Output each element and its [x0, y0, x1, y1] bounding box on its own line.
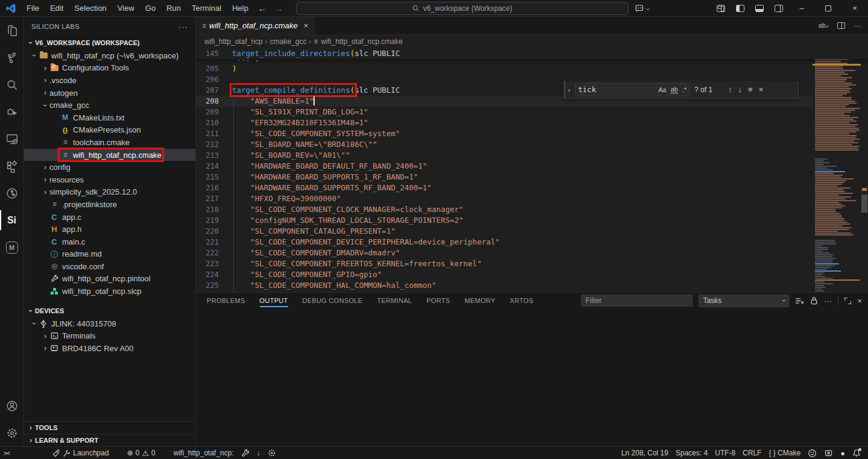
tree-item-resources[interactable]: ›resources: [24, 173, 195, 186]
feedback-smiley-icon[interactable]: [804, 447, 820, 459]
cmake-project-status[interactable]: wifi_http_otaf_ncp:: [170, 447, 237, 459]
code-line-219[interactable]: 219 "configNUM_SDK_THREAD_LOCAL_STORAGE_…: [196, 215, 868, 226]
back-arrow-icon[interactable]: ←: [254, 4, 271, 13]
devices-section-header[interactable]: › DEVICES: [24, 304, 195, 317]
chevron-right-icon[interactable]: ›: [41, 76, 49, 84]
previous-match-icon[interactable]: ↑: [728, 85, 732, 94]
tree-item-vscode[interactable]: ›.vscode: [24, 74, 195, 87]
code-line-215[interactable]: 215 "HARDWARE_BOARD_SUPPORTS_1_RF_BAND=1…: [196, 172, 868, 183]
activity-account-icon[interactable]: [0, 392, 24, 419]
activity-remote-explorer-icon[interactable]: [0, 125, 24, 152]
minimap[interactable]: [813, 48, 861, 292]
tree-item-config[interactable]: ›config: [24, 161, 195, 173]
activity-run-debug-icon[interactable]: [0, 98, 24, 125]
panel-tab-memory[interactable]: MEMORY: [465, 293, 495, 308]
tree-item-autogen[interactable]: ›autogen: [24, 87, 195, 99]
tree-item-wifi-http-otaf-ncp-slcp[interactable]: wifi_http_otaf_ncp.slcp: [24, 285, 195, 298]
tree-item-main-c[interactable]: Cmain.c: [24, 236, 195, 248]
menu-view[interactable]: View: [112, 2, 140, 15]
code-line-212[interactable]: 212 "SL_BOARD_NAME=\"BRD4186C\"": [196, 139, 868, 150]
menu-run[interactable]: Run: [161, 2, 186, 15]
maximize-panel-icon[interactable]: [844, 298, 851, 304]
activity-jlink-circle-icon[interactable]: [0, 180, 24, 207]
output-channel-dropdown[interactable]: Tasks ›: [699, 295, 789, 307]
debug-settings-icon[interactable]: [264, 447, 280, 459]
workspace-section-header[interactable]: › V6_WORKSPACE (WORKSPACE): [24, 36, 195, 49]
breadcrumb-item[interactable]: wifi_http_otaf_ncp: [204, 37, 263, 46]
menu-terminal[interactable]: Terminal: [186, 2, 227, 15]
activity-search-icon[interactable]: [0, 71, 24, 98]
tab-wifi-http-otaf-ncp-cmake[interactable]: ≡ wifi_http_otaf_ncp.cmake ×: [196, 17, 315, 34]
find-collapse-chevron-icon[interactable]: ›: [564, 81, 573, 98]
tree-item-simplicity-sdk-2025-12-0[interactable]: ›simplicity_sdk_2025.12.0: [24, 186, 195, 199]
tree-item-app-c[interactable]: Capp.c: [24, 211, 195, 223]
code-line-217[interactable]: 217 "HFXO_FREQ=39000000": [196, 193, 868, 204]
device-item-jlink-440315708[interactable]: ›JLINK: 440315708: [24, 317, 195, 330]
sticky-code-line-145[interactable]: 145target_include_directories(slc PUBLIC: [196, 48, 868, 59]
breadcrumb[interactable]: wifi_http_otaf_ncp›cmake_gcc›≡wifi_http_…: [196, 35, 868, 48]
more-actions-icon[interactable]: ···: [178, 22, 188, 31]
panel-tab-output[interactable]: OUTPUT: [260, 293, 288, 308]
match-case-toggle[interactable]: Aa: [658, 86, 666, 93]
chevron-down-icon[interactable]: ›: [30, 319, 39, 328]
notifications-bell-icon[interactable]: [849, 447, 864, 459]
device-item-terminals[interactable]: ›Terminals: [24, 329, 195, 342]
language-mode[interactable]: { } CMake: [765, 447, 804, 459]
code-line-213[interactable]: 213 "SL_BOARD_REV=\"A01\"": [196, 150, 868, 161]
panel-tab-debug-console[interactable]: DEBUG CONSOLE: [303, 293, 363, 308]
code-line-209[interactable]: 209 "SL_SI91X_PRINT_DBG_LOG=1": [196, 107, 868, 117]
chevron-down-icon[interactable]: ›: [30, 51, 39, 60]
tree-item-vscode-conf[interactable]: vscode.conf: [24, 260, 195, 273]
breadcrumb-item[interactable]: wifi_http_otaf_ncp.cmake: [321, 37, 402, 46]
chevron-right-icon[interactable]: ›: [41, 332, 49, 340]
scrollbar[interactable]: [861, 48, 868, 292]
restore-button[interactable]: [815, 0, 841, 17]
eol-status[interactable]: CRLF: [739, 447, 765, 459]
command-center[interactable]: v6_workspace (Workspace): [296, 2, 629, 15]
close-button[interactable]: ×: [841, 0, 868, 17]
toggle-sidebar-icon[interactable]: [736, 5, 744, 12]
chevron-down-icon[interactable]: ›: [41, 101, 49, 110]
chevron-right-icon[interactable]: ›: [41, 163, 49, 172]
next-match-icon[interactable]: ↓: [738, 85, 743, 94]
whole-word-toggle[interactable]: ab: [670, 86, 678, 93]
menu-file[interactable]: File: [21, 2, 45, 15]
activity-source-control-icon[interactable]: [0, 44, 24, 71]
tree-item-projectlinkstore[interactable]: ≡.projectlinkstore: [24, 198, 195, 211]
regex-toggle[interactable]: .*: [682, 86, 687, 93]
tree-item-configuration-tools[interactable]: ›Configuration Tools: [24, 62, 195, 75]
panel-tab-ports[interactable]: PORTS: [426, 293, 450, 308]
copilot-menu[interactable]: ⌵: [635, 4, 650, 13]
menu-help[interactable]: Help: [227, 2, 254, 15]
more-actions-icon[interactable]: ···: [854, 22, 861, 30]
close-tab-icon[interactable]: ×: [304, 21, 309, 30]
menu-go[interactable]: Go: [140, 2, 161, 15]
code-line-221[interactable]: 221 "SL_CODE_COMPONENT_DEVICE_PERIPHERAL…: [196, 237, 868, 248]
activity-extensions-icon[interactable]: [0, 152, 24, 180]
launchpad-button[interactable]: Launchpad: [49, 447, 112, 459]
code-line-205[interactable]: 205): [196, 63, 868, 74]
code-line-216[interactable]: 216 "HARDWARE_BOARD_SUPPORTS_RF_BAND_240…: [196, 183, 868, 193]
code-line-218[interactable]: 218 "SL_CODE_COMPONENT_CLOCK_MANAGER=clo…: [196, 204, 868, 215]
cursor-position[interactable]: Ln 208, Col 19: [618, 447, 672, 459]
code-line-214[interactable]: 214 "HARDWARE_BOARD_DEFAULT_RF_BAND_2400…: [196, 161, 868, 172]
code-line-223[interactable]: 223 "SL_CODE_COMPONENT_FREERTOS_KERNEL=f…: [196, 258, 868, 269]
status-circle-icon[interactable]: ●: [837, 447, 849, 459]
toggle-panel-icon[interactable]: [755, 5, 764, 12]
find-in-selection-icon[interactable]: ≡: [748, 85, 753, 94]
code-line-225[interactable]: 225 "SL_CODE_COMPONENT_HAL_COMMON=hal_co…: [196, 280, 868, 291]
chevron-right-icon[interactable]: ›: [41, 64, 49, 72]
indentation-status[interactable]: Spaces: 4: [672, 447, 711, 459]
panel-tab-terminal[interactable]: TERMINAL: [377, 293, 412, 308]
filter-input[interactable]: Filter: [581, 295, 693, 307]
scrollbar-slider[interactable]: [861, 195, 867, 213]
activity-explorer-icon[interactable]: [0, 17, 24, 44]
panel-tab-problems[interactable]: PROBLEMS: [207, 293, 245, 308]
activity-silicon-labs-icon[interactable]: Si: [0, 207, 24, 234]
panel-tab-xrtos[interactable]: XRTOS: [510, 293, 533, 308]
download-flash-icon[interactable]: ↓: [253, 447, 264, 459]
tree-item-app-h[interactable]: Happ.h: [24, 223, 195, 236]
activity-settings-gear-icon[interactable]: [0, 419, 24, 446]
tools-section-header[interactable]: › TOOLS: [24, 421, 195, 434]
problems-status[interactable]: ⊗ 0 ⚠ 0: [124, 447, 159, 459]
